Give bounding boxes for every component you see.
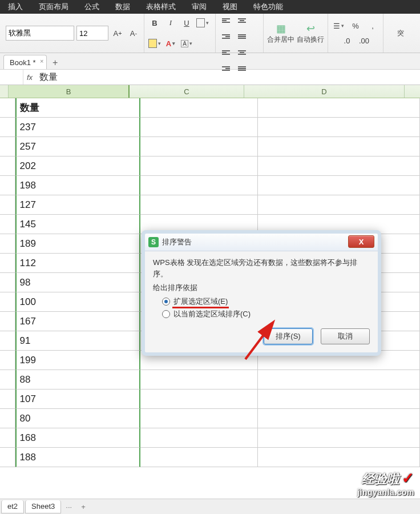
add-doc-tab[interactable]: + [49,57,62,69]
cell[interactable] [258,118,420,137]
row-gutter[interactable] [0,312,15,331]
italic-button[interactable]: I [164,16,177,30]
sheet-add[interactable]: + [76,503,90,511]
cell[interactable] [140,409,258,428]
cell[interactable] [258,195,420,215]
data-cell[interactable]: 145 [15,215,140,234]
menu-insert[interactable]: 插入 [0,2,31,12]
fill-color-button[interactable]: ▾ [148,37,161,50]
sort-button[interactable]: 排序(S) [264,328,313,344]
font-grow-icon[interactable]: A+ [111,26,124,40]
cell[interactable] [258,428,420,448]
cell[interactable] [140,195,258,215]
align-right-icon[interactable] [219,62,233,75]
fx-icon[interactable]: fx [23,73,36,82]
cell[interactable] [140,370,258,389]
col-header-d[interactable]: D [244,85,405,98]
data-cell[interactable]: 199 [15,351,140,370]
row-gutter[interactable] [0,98,15,118]
row-gutter[interactable] [0,176,15,195]
row-gutter[interactable] [0,428,15,448]
align-left-icon[interactable] [219,46,233,59]
indent-dec-icon[interactable] [235,30,249,43]
data-cell[interactable]: 202 [15,156,140,176]
sheet-more[interactable]: ··· [61,503,76,511]
menu-table-style[interactable]: 表格样式 [138,2,184,12]
align-center-icon[interactable] [235,46,249,59]
data-cell[interactable]: 98 [15,273,140,292]
wrap-text-button[interactable]: ↩ 自动换行 [297,19,324,47]
data-cell[interactable]: 112 [15,254,140,273]
data-cell[interactable]: 188 [15,448,140,467]
formula-value[interactable]: 数量 [36,71,58,83]
cell[interactable] [258,389,420,409]
sheet-tab-3[interactable]: Sheet3 [25,500,61,513]
row-gutter[interactable] [0,389,15,409]
col-header-b[interactable]: B [9,85,130,98]
data-cell[interactable]: 167 [15,312,140,331]
cell[interactable] [140,137,258,156]
font-shrink-icon[interactable]: A- [127,26,140,40]
row-gutter[interactable] [0,118,15,137]
row-gutter[interactable] [0,254,15,273]
data-cell[interactable]: 80 [15,409,140,428]
radio-expand-selection[interactable]: 扩展选定区域(E) [153,295,370,308]
cell[interactable] [258,176,420,195]
row-gutter[interactable] [0,195,15,215]
font-color-button[interactable]: A▾ [164,37,177,50]
row-gutter[interactable] [0,234,15,254]
font-name-select[interactable] [6,26,74,41]
style-a-button[interactable]: A▾ [180,37,193,50]
menu-data[interactable]: 数据 [107,2,138,12]
cell[interactable] [258,137,420,156]
row-gutter[interactable] [0,331,15,351]
cancel-button[interactable]: 取消 [321,328,370,344]
cell[interactable] [140,118,258,137]
data-cell[interactable]: 257 [15,137,140,156]
number-format-button[interactable]: ☰▾ [332,19,345,33]
dialog-titlebar[interactable]: S 排序警告 X [145,234,378,251]
radio-current-selection[interactable]: 以当前选定区域排序(C) [153,308,370,320]
cell[interactable] [140,156,258,176]
menu-review[interactable]: 审阅 [184,2,215,12]
data-cell[interactable]: 107 [15,389,140,409]
font-size-select[interactable] [76,26,108,41]
cell[interactable] [140,98,258,118]
col-header-blank[interactable] [0,85,9,98]
cell[interactable] [258,409,420,428]
col-header-c[interactable]: C [130,85,244,98]
sheet-tab-2[interactable]: et2 [1,500,24,513]
bold-button[interactable]: B [148,16,161,30]
data-cell[interactable]: 198 [15,176,140,195]
indent-inc-icon[interactable] [235,62,249,75]
data-cell[interactable]: 91 [15,331,140,351]
merge-center-button[interactable]: ▦ 合并居中 [267,19,294,47]
cell[interactable] [140,428,258,448]
cell[interactable] [258,156,420,176]
doc-tab-book1[interactable]: Book1 * × [3,55,47,69]
menu-special[interactable]: 特色功能 [245,2,291,12]
underline-button[interactable]: U [180,16,193,30]
cell[interactable] [140,389,258,409]
data-cell[interactable]: 127 [15,195,140,215]
break-button[interactable]: 突 [387,19,414,47]
row-gutter[interactable] [0,351,15,370]
data-cell[interactable]: 237 [15,118,140,137]
percent-button[interactable]: % [349,19,362,33]
decimal-inc-button[interactable]: .0 [340,34,354,47]
dialog-close-button[interactable]: X [348,235,374,248]
row-gutter[interactable] [0,273,15,292]
border-button[interactable]: ▾ [196,16,209,30]
decimal-dec-button[interactable]: .00 [357,34,371,47]
row-gutter[interactable] [0,215,15,234]
data-cell[interactable]: 100 [15,292,140,312]
menu-formula[interactable]: 公式 [76,2,107,12]
name-box[interactable] [0,70,23,85]
cell[interactable] [258,370,420,389]
align-bot-icon[interactable] [219,30,233,43]
comma-button[interactable]: , [366,19,379,33]
row-gutter[interactable] [0,370,15,389]
row-gutter[interactable] [0,137,15,156]
close-tab-icon[interactable]: × [40,58,43,65]
cell[interactable] [140,176,258,195]
